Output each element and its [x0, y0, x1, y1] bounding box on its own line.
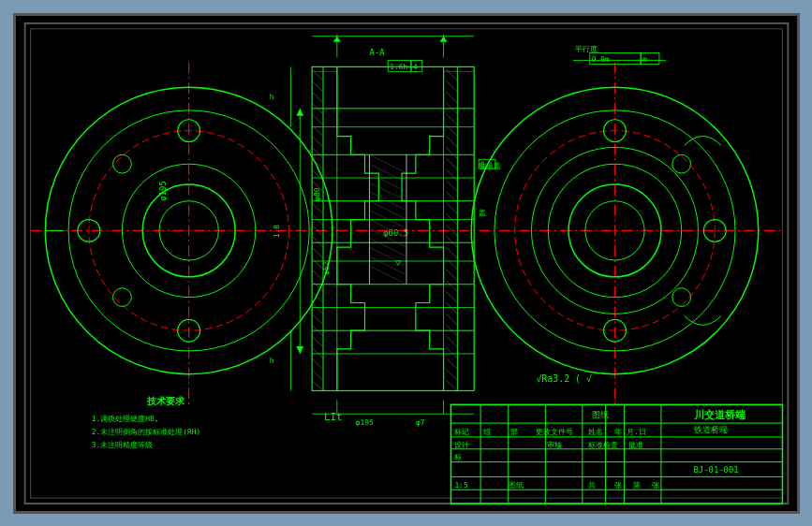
svg-line-86 — [446, 291, 457, 302]
svg-line-140 — [369, 265, 406, 284]
svg-text:图纸: 图纸 — [591, 410, 608, 419]
svg-text:φ195: φ195 — [157, 181, 167, 200]
svg-line-70 — [446, 113, 457, 124]
svg-line-67 — [446, 80, 457, 92]
svg-line-81 — [446, 236, 457, 247]
svg-text:1.调质处理硬度HB,: 1.调质处理硬度HB, — [91, 415, 158, 423]
svg-line-52 — [312, 236, 323, 247]
svg-line-68 — [446, 92, 457, 103]
svg-text:铁道桥端: 铁道桥端 — [692, 424, 727, 433]
svg-line-94 — [446, 380, 457, 390]
svg-line-74 — [446, 158, 457, 169]
svg-marker-120 — [296, 345, 303, 353]
svg-point-155 — [672, 154, 690, 173]
drawing-area: φ195 — [16, 16, 797, 511]
svg-text:3.未注明精度等级: 3.未注明精度等级 — [91, 440, 153, 448]
svg-text:技术要求: 技术要求 — [146, 396, 185, 406]
svg-text:φ7: φ7 — [415, 418, 424, 427]
svg-text:h: h — [269, 356, 273, 364]
svg-text:2.未注明倒角的按标准处理(RH): 2.未注明倒角的按标准处理(RH) — [91, 427, 200, 435]
svg-line-84 — [446, 269, 457, 280]
svg-line-65 — [312, 380, 323, 390]
svg-line-130 — [369, 173, 406, 192]
svg-line-41 — [312, 113, 323, 124]
svg-text:张: 张 — [614, 481, 622, 489]
svg-text:平行度: 平行度 — [574, 44, 597, 52]
svg-line-128 — [369, 154, 406, 173]
svg-text:部: 部 — [509, 427, 517, 435]
svg-line-133 — [369, 200, 406, 219]
svg-text:φ60.5: φ60.5 — [383, 228, 408, 238]
svg-line-58 — [312, 302, 323, 314]
svg-line-85 — [446, 280, 457, 291]
svg-text:标记: 标记 — [453, 427, 469, 435]
svg-line-72 — [446, 136, 457, 147]
svg-line-73 — [446, 147, 457, 158]
svg-line-88 — [446, 314, 457, 325]
svg-text:1:5: 1:5 — [454, 481, 468, 489]
svg-point-15 — [112, 287, 131, 306]
svg-line-93 — [446, 369, 457, 380]
svg-text:设计: 设计 — [454, 440, 469, 448]
svg-text:m: m — [642, 55, 647, 64]
svg-line-38 — [312, 80, 323, 92]
svg-text:LIt: LIt — [323, 411, 342, 423]
svg-text:共: 共 — [587, 481, 595, 489]
svg-marker-100 — [332, 36, 340, 41]
svg-text:φ62: φ62 — [321, 261, 330, 275]
svg-point-14 — [112, 154, 131, 173]
svg-marker-101 — [439, 36, 447, 41]
cad-drawing-frame: φ195 — [13, 13, 800, 514]
svg-line-82 — [446, 247, 457, 258]
svg-line-92 — [446, 358, 457, 369]
svg-text:√Ra3.2  ( √: √Ra3.2 ( √ — [536, 373, 592, 383]
svg-line-83 — [446, 258, 457, 270]
svg-line-137 — [369, 238, 406, 256]
svg-text:A-A: A-A — [369, 47, 385, 56]
svg-line-61 — [312, 336, 323, 347]
svg-text:审核: 审核 — [547, 440, 562, 448]
svg-point-156 — [672, 287, 690, 306]
svg-text:标准检查: 标准检查 — [586, 440, 617, 448]
svg-line-39 — [312, 92, 323, 103]
svg-line-59 — [312, 314, 323, 325]
svg-text:张: 张 — [652, 481, 659, 489]
svg-text:BJ-01-001: BJ-01-001 — [693, 465, 738, 475]
svg-line-78 — [446, 202, 457, 213]
svg-line-87 — [446, 302, 457, 314]
svg-text:姓名: 姓名 — [587, 427, 602, 435]
svg-text:4: 4 — [412, 63, 417, 71]
svg-text:盖: 盖 — [479, 208, 486, 216]
svg-text:1.6h: 1.6h — [390, 63, 407, 71]
svg-text:标: 标 — [453, 452, 462, 460]
svg-text:φ80: φ80 — [313, 187, 321, 201]
main-svg: φ195 — [16, 16, 797, 511]
svg-line-62 — [312, 346, 323, 358]
svg-text:第: 第 — [633, 481, 641, 489]
svg-line-63 — [312, 358, 323, 369]
svg-line-91 — [446, 346, 457, 358]
svg-text:川交道桥端: 川交道桥端 — [693, 409, 745, 421]
svg-line-64 — [312, 369, 323, 380]
svg-marker-119 — [296, 108, 303, 115]
svg-text:图纸: 图纸 — [508, 481, 523, 489]
svg-line-76 — [446, 181, 457, 192]
svg-text:更改文件号: 更改文件号 — [536, 427, 573, 435]
svg-line-53 — [312, 247, 323, 258]
svg-line-49 — [312, 202, 323, 213]
svg-text:ξ: ξ — [480, 161, 484, 168]
svg-line-90 — [446, 336, 457, 347]
svg-line-131 — [369, 182, 406, 200]
svg-text:年.月.日: 年.月.日 — [614, 427, 646, 435]
svg-text:1.8: 1.8 — [272, 224, 280, 238]
svg-text:组: 组 — [483, 427, 491, 435]
svg-text:φ195: φ195 — [355, 418, 373, 427]
svg-line-44 — [312, 147, 323, 158]
svg-line-75 — [446, 169, 457, 181]
svg-text:0.9m: 0.9m — [591, 55, 609, 64]
svg-line-43 — [312, 136, 323, 147]
svg-text:批准: 批准 — [628, 440, 643, 448]
svg-text:h: h — [269, 92, 273, 100]
